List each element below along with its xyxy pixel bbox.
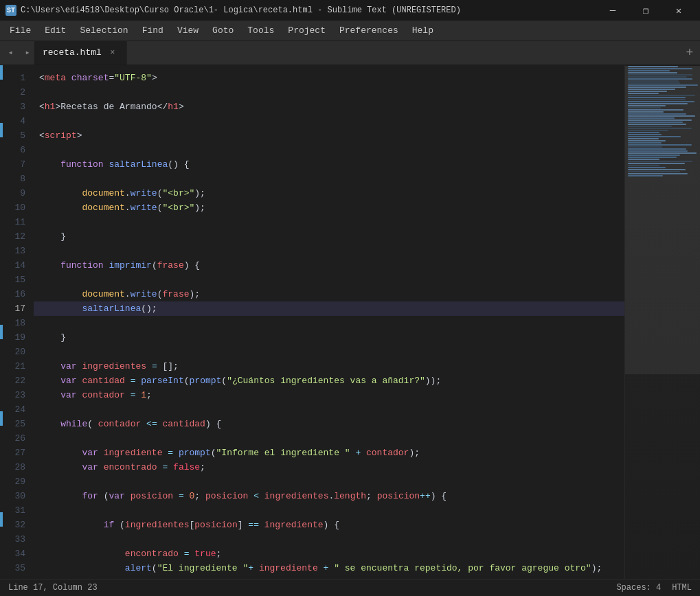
- statusbar-right: Spaces: 4 HTML: [616, 583, 692, 593]
- line-number-28: 28: [8, 460, 25, 474]
- code-line-23: var contador = 1;: [34, 388, 624, 402]
- tab-receta[interactable]: receta.html ×: [34, 41, 127, 65]
- code-line-35: alert("El ingrediente "+ ingrediente + "…: [34, 561, 624, 575]
- menu-item-find[interactable]: Find: [135, 21, 170, 41]
- menu-item-file[interactable]: File: [3, 21, 38, 41]
- tabbar: ◂ ▸ receta.html × +: [0, 41, 700, 65]
- code-line-7: function saltarLinea() {: [34, 157, 624, 172]
- statusbar: Line 17, Column 23 Spaces: 4 HTML: [0, 579, 700, 596]
- code-line-3: <h1>Recetas de Armando</h1>: [34, 100, 624, 114]
- line-number-5: 5: [8, 128, 25, 143]
- syntax-info[interactable]: HTML: [672, 583, 692, 593]
- close-button[interactable]: ✕: [663, 0, 695, 21]
- line-number-2: 2: [8, 85, 25, 100]
- code-line-6: [34, 143, 624, 157]
- line-number-7: 7: [8, 157, 25, 172]
- line-number-30: 30: [8, 489, 25, 503]
- indentation-info[interactable]: Spaces: 4: [616, 583, 661, 593]
- code-editor[interactable]: <meta charset="UTF-8"> <h1>Recetas de Ar…: [34, 65, 624, 579]
- line-number-25: 25: [8, 417, 25, 431]
- titlebar-left: ST C:\Users\edi4518\Desktop\Curso Oracle…: [5, 5, 461, 16]
- line-number-10: 10: [8, 200, 25, 215]
- code-line-13: [34, 244, 624, 258]
- tab-nav-right[interactable]: ▸: [21, 41, 34, 65]
- minimap-viewport: [625, 66, 700, 374]
- line-number-36: 36: [8, 575, 25, 579]
- menu-item-selection[interactable]: Selection: [73, 21, 135, 41]
- tab-nav-left[interactable]: ◂: [0, 41, 21, 65]
- code-line-25: while( contador <= cantidad) {: [34, 417, 624, 431]
- tab-close-button[interactable]: ×: [107, 47, 118, 58]
- code-line-9: document.write("<br>");: [34, 186, 624, 200]
- menu-item-view[interactable]: View: [170, 21, 205, 41]
- code-line-14: function imprimir(frase) {: [34, 258, 624, 273]
- titlebar: ST C:\Users\edi4518\Desktop\Curso Oracle…: [0, 0, 700, 21]
- minimap-content: [625, 66, 700, 579]
- menu-item-help[interactable]: Help: [405, 21, 440, 41]
- add-tab-button[interactable]: +: [679, 41, 700, 65]
- maximize-button[interactable]: ❐: [630, 0, 662, 21]
- app-icon: ST: [5, 5, 16, 16]
- editor-container: 1234567891011121314151617181920212223242…: [0, 65, 700, 579]
- line-number-27: 27: [8, 446, 25, 460]
- code-line-16: document.write(frase);: [34, 287, 624, 301]
- minimize-button[interactable]: —: [597, 0, 629, 21]
- code-line-33: [34, 532, 624, 547]
- line-number-9: 9: [8, 186, 25, 200]
- line-number-12: 12: [8, 229, 25, 244]
- line-number-15: 15: [8, 273, 25, 287]
- code-line-20: [34, 345, 624, 359]
- cursor-position: Line 17, Column 23: [8, 583, 98, 593]
- line-number-18: 18: [8, 316, 25, 330]
- code-line-19: }: [34, 330, 624, 345]
- code-line-1: <meta charset="UTF-8">: [34, 71, 624, 85]
- code-line-15: [34, 273, 624, 287]
- menu-item-goto[interactable]: Goto: [205, 21, 240, 41]
- line-number-32: 32: [8, 518, 25, 532]
- menubar: FileEditSelectionFindViewGotoToolsProjec…: [0, 21, 700, 41]
- code-line-29: [34, 474, 624, 489]
- line-number-22: 22: [8, 374, 25, 388]
- code-line-5: <script>: [34, 128, 624, 143]
- window-title: C:\Users\edi4518\Desktop\Curso Oracle\1-…: [21, 5, 461, 15]
- line-number-24: 24: [8, 402, 25, 417]
- code-line-30: for (var posicion = 0; posicion < ingred…: [34, 489, 624, 503]
- line-number-26: 26: [8, 431, 25, 446]
- code-line-36: break;: [34, 575, 624, 579]
- line-number-29: 29: [8, 474, 25, 489]
- line-number-13: 13: [8, 244, 25, 258]
- line-number-14: 14: [8, 258, 25, 273]
- menu-item-tools[interactable]: Tools: [240, 21, 281, 41]
- line-number-8: 8: [8, 172, 25, 186]
- code-line-31: [34, 503, 624, 518]
- line-number-33: 33: [8, 532, 25, 547]
- code-line-8: [34, 172, 624, 186]
- code-line-18: [34, 316, 624, 330]
- code-line-28: var encontrado = false;: [34, 460, 624, 474]
- menu-item-edit[interactable]: Edit: [38, 21, 73, 41]
- code-line-32: if (ingredientes[posicion] == ingredient…: [34, 518, 624, 532]
- line-number-31: 31: [8, 503, 25, 518]
- code-line-11: [34, 215, 624, 229]
- line-number-1: 1: [8, 71, 25, 85]
- line-number-11: 11: [8, 215, 25, 229]
- minimap[interactable]: [624, 65, 700, 579]
- code-line-10: document.write("<br>");: [34, 200, 624, 215]
- line-number-4: 4: [8, 114, 25, 128]
- code-line-21: var ingredientes = [];: [34, 359, 624, 374]
- line-number-6: 6: [8, 143, 25, 157]
- line-number-3: 3: [8, 100, 25, 114]
- code-line-22: var cantidad = parseInt(prompt("¿Cuántos…: [34, 374, 624, 388]
- line-number-35: 35: [8, 561, 25, 575]
- menu-item-preferences[interactable]: Preferences: [332, 21, 405, 41]
- code-line-12: }: [34, 229, 624, 244]
- code-line-24: [34, 402, 624, 417]
- code-line-26: [34, 431, 624, 446]
- code-line-17: saltarLinea();: [34, 301, 624, 316]
- menu-item-project[interactable]: Project: [281, 21, 332, 41]
- line-number-23: 23: [8, 388, 25, 402]
- line-number-20: 20: [8, 345, 25, 359]
- line-number-17: 17: [8, 301, 25, 316]
- window-controls: — ❐ ✕: [597, 0, 695, 21]
- line-number-34: 34: [8, 547, 25, 561]
